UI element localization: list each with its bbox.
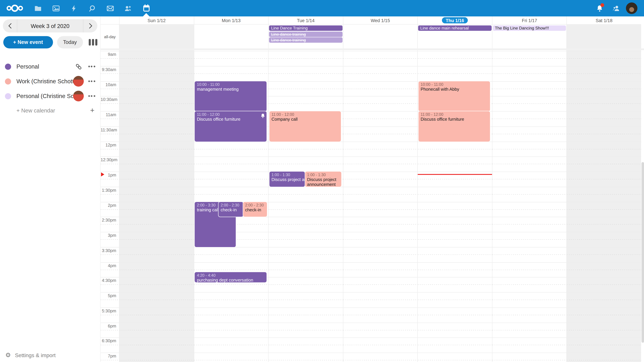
grid-slot[interactable] [343,81,418,96]
grid-slot[interactable] [492,157,566,172]
event[interactable]: 11:00 - 12:00Discuss office furniture [195,111,266,141]
grid-slot[interactable] [567,262,641,277]
today-pill[interactable]: Thu 1/16 [442,17,468,23]
grid-slot[interactable] [120,307,194,323]
week-label[interactable]: Week 3 of 2020 [17,23,83,29]
settings-import-button[interactable]: ⚙ Settings & import [5,351,56,359]
grid-slot[interactable] [120,81,194,96]
activity-app-button[interactable] [65,0,83,16]
day-header-label[interactable]: Mon 1/13 [222,18,240,23]
day-header[interactable]: Mon 1/13 [194,16,268,24]
day-header[interactable]: Thu 1/16 [418,16,492,24]
grid-slot[interactable] [269,262,343,277]
all-day-cell[interactable]: The Big Line Dancing Show!!! [492,25,567,48]
grid-slot[interactable] [194,141,268,157]
all-day-cell[interactable]: Line Dance TrainingLine dance trainingLi… [268,25,343,48]
grid-slot[interactable] [567,277,641,292]
grid-slot[interactable] [269,307,343,323]
grid-slot[interactable] [120,232,194,247]
grid-slot[interactable] [418,66,492,81]
grid-slot[interactable] [269,51,343,66]
grid-slot[interactable] [492,247,566,262]
grid-slot[interactable] [418,217,492,232]
event[interactable]: 2:00 - 2:30check-in [243,202,267,217]
search-app-button[interactable] [83,0,101,16]
grid-slot[interactable] [343,247,418,262]
grid-slot[interactable] [492,277,566,292]
grid-slot[interactable] [120,187,194,202]
grid-slot[interactable] [120,126,194,141]
grid-slot[interactable] [418,232,492,247]
all-day-event[interactable]: Line Dance Training [269,25,342,31]
calendar-menu-button[interactable] [87,66,96,67]
all-day-event[interactable]: Line dance training [269,37,342,43]
all-day-cell[interactable] [566,25,641,48]
grid-slot[interactable] [343,323,418,338]
grid-slot[interactable] [418,141,492,157]
grid-slot[interactable] [567,292,641,307]
grid-slot[interactable] [418,262,492,277]
grid-slot[interactable] [492,217,566,232]
event[interactable]: 11:00 - 12:00Company call [269,111,341,141]
grid-slot[interactable] [567,323,641,338]
grid-slot[interactable] [418,187,492,202]
grid-slot[interactable] [567,96,641,111]
grid-slot[interactable] [418,338,492,353]
grid-slot[interactable] [492,141,566,157]
grid-slot[interactable] [343,141,418,157]
new-event-button[interactable]: + New event [3,36,53,48]
grid-slot[interactable] [567,141,641,157]
grid-slot[interactable] [418,247,492,262]
grid-slot[interactable] [492,323,566,338]
grid-slot[interactable] [120,96,194,111]
grid-slot[interactable] [269,277,343,292]
grid-slot[interactable] [567,81,641,96]
grid-slot[interactable] [269,353,343,362]
event[interactable]: 10:00 - 11:00management meeting [195,81,266,111]
grid-slot[interactable] [418,292,492,307]
grid-slot[interactable] [418,51,492,66]
contacts-menu-button[interactable] [608,0,624,16]
event[interactable]: 2:00 - 2:30check-in [218,202,243,217]
grid-slot[interactable] [567,157,641,172]
day-column[interactable] [343,50,418,362]
view-toggle-button[interactable] [89,39,97,45]
notifications-button[interactable] [592,0,608,16]
grid-slot[interactable] [194,247,268,262]
grid-slot[interactable] [120,247,194,262]
grid-slot[interactable] [343,202,418,217]
day-column[interactable] [492,50,567,362]
grid-slot[interactable] [343,66,418,81]
grid-slot[interactable] [269,232,343,247]
grid-slot[interactable] [343,111,418,126]
day-column[interactable]: 11:00 - 12:00Company call1:00 - 1:30Disc… [268,50,343,362]
grid-slot[interactable] [567,51,641,66]
grid-slot[interactable] [492,51,566,66]
grid-slot[interactable] [194,172,268,187]
grid-slot[interactable] [492,338,566,353]
photos-app-button[interactable] [47,0,65,16]
grid-slot[interactable] [194,187,268,202]
grid-slot[interactable] [343,307,418,323]
grid-slot[interactable] [194,51,268,66]
grid-slot[interactable] [418,323,492,338]
grid-slot[interactable] [343,292,418,307]
grid-slot[interactable] [269,187,343,202]
day-header-label[interactable]: Tue 1/14 [297,18,314,23]
grid-slot[interactable] [120,353,194,362]
grid-slot[interactable] [343,187,418,202]
grid-slot[interactable] [567,202,641,217]
grid-slot[interactable] [492,202,566,217]
calendar-menu-button[interactable] [87,95,96,97]
grid-slot[interactable] [269,96,343,111]
contacts-app-button[interactable] [119,0,137,16]
grid-slot[interactable] [567,66,641,81]
event[interactable]: 1:00 - 1:30Discuss project announcement [305,172,342,187]
grid-slot[interactable] [343,232,418,247]
grid-slot[interactable] [269,141,343,157]
grid-slot[interactable] [194,292,268,307]
grid-slot[interactable] [343,172,418,187]
grid-slot[interactable] [492,126,566,141]
day-header-label[interactable]: Sat 1/18 [596,18,612,23]
day-header-label[interactable]: Sun 1/12 [148,18,166,23]
